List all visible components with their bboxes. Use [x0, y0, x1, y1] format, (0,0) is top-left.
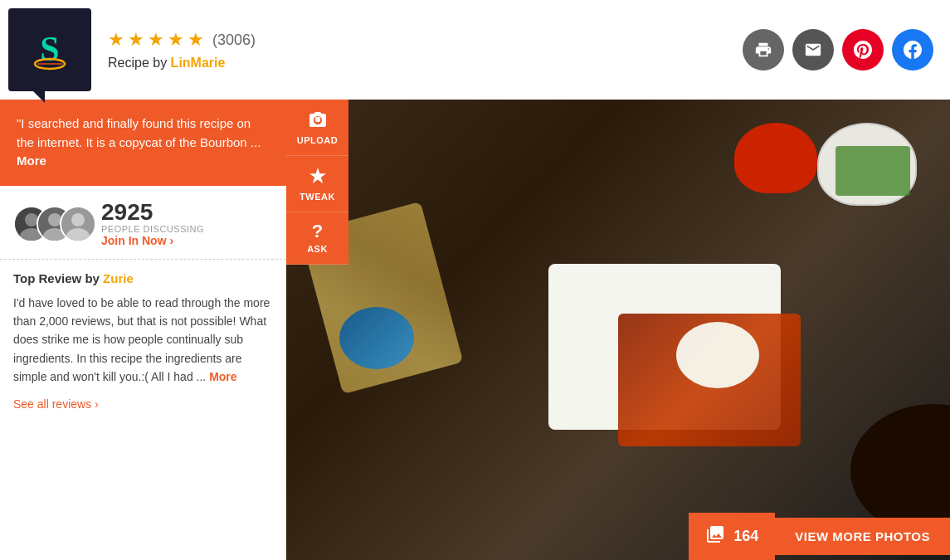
reviewer-link[interactable]: Zurie — [103, 271, 134, 285]
social-icons — [743, 29, 933, 71]
discussion-info: 2925 PEOPLE DISCUSSING Join In Now — [101, 201, 204, 247]
avatars-group — [13, 206, 90, 242]
people-discussing-label: PEOPLE DISCUSSING — [101, 224, 204, 234]
photo-count-icon — [705, 524, 725, 548]
upload-icon — [308, 110, 328, 132]
pinterest-button[interactable] — [842, 29, 884, 71]
sparkle-icon — [308, 166, 328, 186]
camera-icon — [308, 110, 328, 129]
email-icon — [804, 41, 822, 59]
star-2: ★ — [128, 29, 144, 51]
review-count[interactable]: (3006) — [212, 32, 256, 49]
photo-area: UPLOAD TWEAK ? ASK — [286, 100, 950, 560]
photo-count-button[interactable]: 164 — [689, 513, 775, 560]
top-review-section: Top Review by Zurie I'd have loved to be… — [0, 260, 286, 420]
recipe-by-label: Recipe by — [108, 56, 167, 70]
logo-svg: S — [21, 21, 79, 79]
facebook-button[interactable] — [892, 29, 933, 71]
discussion-row: 2925 PEOPLE DISCUSSING Join In Now — [13, 201, 273, 247]
food-blue-bowl — [339, 307, 414, 369]
recipe-by: Recipe by LinMarie — [108, 56, 743, 71]
food-plate — [548, 264, 781, 430]
star-4: ★ — [168, 29, 184, 51]
print-button[interactable] — [743, 29, 784, 71]
print-icon — [754, 41, 772, 59]
email-button[interactable] — [792, 29, 834, 71]
avatar-3-img — [61, 207, 95, 241]
quote-more-link[interactable]: More — [17, 153, 46, 168]
join-now-link[interactable]: Join In Now — [101, 234, 204, 247]
svg-text:S: S — [40, 30, 59, 68]
header-info: ★ ★ ★ ★ ★ (3006) Recipe by LinMarie — [108, 29, 743, 71]
food-image-bg — [286, 100, 950, 560]
ask-button[interactable]: ? ASK — [286, 212, 348, 265]
star-1: ★ — [108, 29, 124, 51]
see-all-reviews-link[interactable]: See all reviews — [13, 397, 273, 411]
discussion-area: 2925 PEOPLE DISCUSSING Join In Now — [0, 186, 286, 260]
header: S ★ ★ ★ ★ ★ (3006) Recipe by LinMarie — [0, 0, 950, 100]
quote-text: "I searched and finally found this recip… — [17, 116, 261, 149]
site-logo[interactable]: S — [8, 8, 91, 91]
photo-count: 164 — [733, 528, 758, 545]
review-text: I'd have loved to be able to read throug… — [13, 294, 273, 387]
star-5: ★ — [188, 29, 204, 51]
recipe-author-link[interactable]: LinMarie — [171, 56, 226, 70]
food-rice — [676, 322, 759, 388]
facebook-icon — [904, 41, 922, 59]
ask-icon: ? — [312, 222, 323, 241]
avatar-3 — [60, 206, 96, 242]
upload-button[interactable]: UPLOAD — [286, 100, 348, 156]
svg-point-10 — [71, 213, 85, 226]
discussion-count: 2925 — [101, 201, 204, 224]
upload-label: UPLOAD — [297, 135, 338, 145]
food-greens — [836, 146, 910, 196]
left-panel: "I searched and finally found this recip… — [0, 100, 286, 560]
quote-box: "I searched and finally found this recip… — [0, 100, 286, 186]
bottom-bar: 164 VIEW MORE PHOTOS — [689, 513, 950, 560]
rating-row: ★ ★ ★ ★ ★ (3006) — [108, 29, 743, 51]
logo-tail — [33, 91, 45, 103]
tweak-button[interactable]: TWEAK — [286, 156, 348, 212]
food-bowl-2 — [734, 123, 817, 193]
pinterest-icon — [854, 41, 872, 59]
ask-label: ASK — [307, 244, 328, 254]
review-more-link[interactable]: More — [209, 370, 236, 383]
tweak-icon — [308, 166, 328, 188]
fab-column: UPLOAD TWEAK ? ASK — [286, 100, 348, 265]
star-3: ★ — [148, 29, 164, 51]
main-content: "I searched and finally found this recip… — [0, 100, 950, 560]
top-review-prefix: Top Review by — [13, 271, 100, 285]
view-more-photos-button[interactable]: VIEW MORE PHOTOS — [775, 518, 950, 555]
top-review-header: Top Review by Zurie — [13, 271, 273, 285]
tweak-label: TWEAK — [300, 192, 335, 202]
photos-icon — [705, 524, 725, 544]
